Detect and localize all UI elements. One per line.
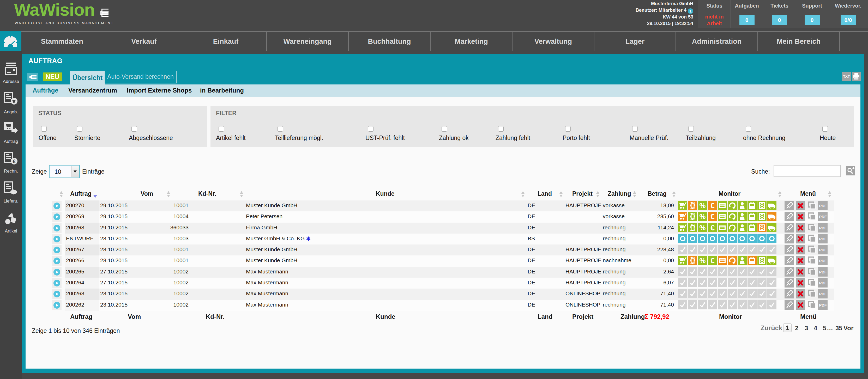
svg-text:$: $ (760, 202, 764, 209)
svg-text:PDF: PDF (819, 204, 827, 208)
svg-text:PDF: PDF (819, 259, 827, 263)
svg-text:%: % (699, 202, 706, 210)
svg-text:€: € (710, 223, 715, 232)
svg-text:$: $ (760, 257, 764, 264)
svg-text:PDF: PDF (819, 248, 827, 252)
svg-text:PDF: PDF (819, 226, 827, 230)
svg-text:%: % (699, 224, 706, 232)
svg-text:€: € (12, 158, 16, 164)
svg-text:€: € (710, 201, 715, 210)
svg-text:PDF: PDF (819, 292, 827, 296)
svg-text:PDF: PDF (819, 303, 827, 307)
svg-text:PDF: PDF (819, 270, 827, 274)
svg-text:PDF: PDF (819, 215, 827, 219)
svg-text:PDF: PDF (819, 237, 827, 241)
svg-text:%: % (699, 257, 706, 264)
svg-text:€: € (710, 212, 715, 221)
svg-text:%: % (699, 213, 706, 221)
svg-text:€: € (710, 256, 715, 265)
svg-text:$: $ (760, 224, 764, 231)
svg-text:PDF: PDF (819, 281, 827, 285)
svg-text:$: $ (760, 213, 764, 220)
